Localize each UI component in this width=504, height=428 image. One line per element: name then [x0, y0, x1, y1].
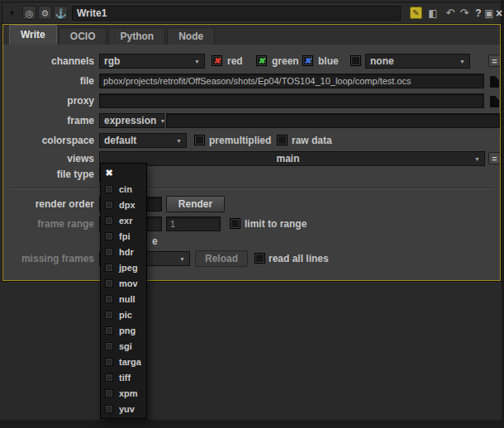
green-channel-checkbox[interactable]: ✖: [256, 55, 267, 66]
proxy-label: proxy: [3, 93, 94, 108]
menu-item-label: png: [119, 326, 136, 335]
views-equals-button[interactable]: =: [488, 152, 501, 164]
menu-item-fpi[interactable]: fpi: [101, 228, 146, 244]
render-button[interactable]: Render: [166, 196, 225, 212]
menu-checkbox: [105, 264, 113, 272]
alpha-channel-checkbox[interactable]: [350, 55, 361, 66]
frame-expression-input[interactable]: [166, 113, 500, 128]
gear-icon: ⚙: [41, 8, 50, 18]
chevron-down-icon: ▼: [456, 59, 465, 64]
menu-item-targa[interactable]: targa: [101, 354, 146, 369]
channels-equals-button[interactable]: =: [488, 55, 501, 67]
menu-checkbox: [105, 185, 113, 193]
frame-mode-dropdown[interactable]: expression ▼: [99, 113, 164, 128]
titlebar: ▼ ◎ ⚙ ⚓ ✎ ◧ ↶ ↷ ? ▣ ×: [2, 2, 501, 24]
tab-bar: Write OCIO Python Node: [3, 25, 500, 45]
red-channel-checkbox[interactable]: ✖: [212, 55, 222, 66]
blue-channel-checkbox[interactable]: ✖: [302, 55, 313, 66]
menu-item-label: hdr: [119, 247, 134, 257]
menu-item-sgi[interactable]: sgi: [101, 338, 146, 354]
menu-checkbox: [105, 326, 113, 335]
menu-item-hdr[interactable]: hdr: [101, 244, 146, 259]
node-name-input[interactable]: [72, 6, 401, 21]
views-label: views: [3, 151, 94, 166]
proxy-browser-button[interactable]: [487, 94, 502, 108]
tab-node[interactable]: Node: [167, 27, 215, 45]
channels-dropdown[interactable]: rgb ▼: [99, 54, 205, 69]
frame-range-last-input[interactable]: [166, 216, 221, 231]
menu-checkbox: [105, 389, 113, 397]
menu-checkbox: [105, 216, 113, 225]
mask-dropdown[interactable]: none ▼: [365, 54, 470, 69]
menu-checkbox: [105, 373, 113, 382]
limit-to-range-checkbox[interactable]: [230, 218, 240, 229]
menu-item-yuv[interactable]: yuv: [101, 401, 146, 416]
center-node-button[interactable]: ◎: [22, 6, 36, 20]
menu-item-label: fpi: [119, 231, 130, 241]
nuke-properties-window: ▼ ◎ ⚙ ⚓ ✎ ◧ ↶ ↷ ? ▣ × Write OCIO Python …: [0, 0, 504, 428]
anchor-button[interactable]: ⚓: [54, 6, 68, 20]
menu-checkbox: [105, 232, 113, 240]
menu-item-label: dpx: [119, 200, 136, 210]
undo-icon[interactable]: ↶: [444, 7, 457, 20]
panel-menu-icon[interactable]: ▼: [8, 9, 16, 17]
menu-item-mov[interactable]: mov: [101, 275, 146, 291]
menu-checkbox: [105, 201, 113, 209]
split-view-icon[interactable]: ◧: [426, 7, 440, 20]
premultiplied-checkbox[interactable]: [194, 135, 205, 145]
menu-item-cin[interactable]: cin: [101, 181, 146, 197]
chevron-down-icon: ▼: [471, 156, 480, 162]
menu-item-blank[interactable]: ✖: [101, 165, 146, 181]
chevron-down-icon: ▼: [173, 138, 182, 144]
reload-button[interactable]: Reload: [195, 250, 248, 267]
proxy-row: proxy: [3, 93, 500, 108]
menu-item-label: sgi: [119, 341, 132, 351]
premultiplied-label: premultiplied: [209, 133, 271, 148]
blue-check-icon: ✖: [303, 56, 312, 66]
menu-item-null[interactable]: null: [101, 291, 146, 307]
menu-item-exr[interactable]: exr: [101, 212, 146, 228]
missing-frames-label: missing frames: [3, 251, 94, 266]
gear-button[interactable]: ⚙: [38, 6, 52, 20]
separator: [9, 188, 494, 189]
menu-item-dpx[interactable]: dpx: [101, 197, 146, 212]
tab-python[interactable]: Python: [108, 27, 165, 45]
close-icon[interactable]: ×: [492, 7, 504, 20]
file-browser-icon: [490, 96, 499, 107]
menu-checkbox: [105, 405, 113, 413]
menu-item-label: mov: [119, 278, 138, 288]
tab-write[interactable]: Write: [9, 25, 57, 45]
redo-icon[interactable]: ↷: [458, 7, 471, 20]
menu-item-label: cin: [119, 184, 132, 194]
file-row: file: [3, 74, 500, 88]
menu-item-pic[interactable]: pic: [101, 307, 146, 322]
proxy-path-input[interactable]: [99, 93, 484, 108]
green-channel-label: green: [272, 54, 299, 69]
menu-item-label: null: [119, 294, 136, 304]
tab-ocio[interactable]: OCIO: [59, 27, 107, 45]
file-browser-icon: [490, 76, 499, 88]
colorspace-dropdown[interactable]: default ▼: [99, 133, 187, 148]
menu-item-label: pic: [119, 310, 132, 320]
chevron-down-icon: ▼: [156, 118, 165, 124]
green-check-icon: ✖: [257, 56, 266, 66]
center-node-icon: ◎: [26, 8, 34, 18]
menu-item-jpeg[interactable]: jpeg: [101, 259, 146, 275]
edit-icon[interactable]: ✎: [410, 7, 422, 19]
menu-item-png[interactable]: png: [101, 322, 146, 338]
views-row: views main ▼ =: [3, 151, 500, 166]
file-path-input[interactable]: [99, 74, 484, 88]
menu-item-tiff[interactable]: tiff: [101, 369, 146, 385]
read-all-lines-checkbox[interactable]: [254, 253, 265, 264]
frame-range-label: frame range: [3, 216, 94, 231]
write-tab-content: channels rgb ▼ ✖ red ✖ green ✖ blue none…: [3, 45, 500, 280]
frame-label: frame: [3, 113, 94, 128]
raw-data-checkbox[interactable]: [277, 135, 288, 145]
menu-item-xpm[interactable]: xpm: [101, 385, 146, 401]
file-browser-button[interactable]: [487, 74, 502, 88]
views-dropdown[interactable]: main ▼: [99, 151, 485, 166]
file-type-menu: ✖ cin dpx exr fpi hdr jpeg mov: [100, 163, 147, 419]
render-order-label: render order: [3, 197, 94, 212]
frame-mode-value: expression: [104, 115, 156, 126]
menu-item-label: xpm: [119, 388, 138, 398]
